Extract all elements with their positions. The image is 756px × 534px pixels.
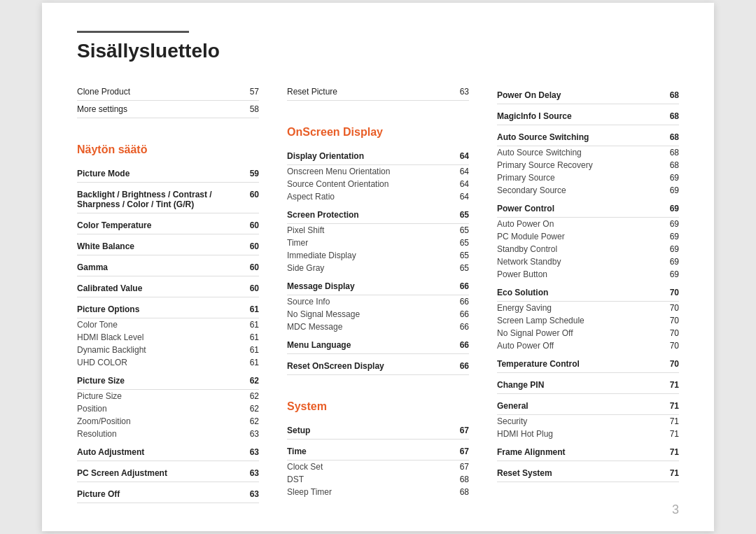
- toc-item: Timer65: [287, 237, 469, 249]
- toc-page: 70: [665, 341, 679, 351]
- toc-item: Time67: [287, 442, 469, 461]
- toc-page: 66: [455, 340, 469, 350]
- toc-label: Pixel Shift: [287, 225, 324, 235]
- toc-label: Side Gray: [287, 263, 324, 273]
- toc-page: 62: [245, 376, 259, 386]
- toc-item: Power Control69: [497, 199, 679, 218]
- toc-label: Reset OnScreen Display: [287, 361, 384, 371]
- toc-item: No Signal Power Off70: [497, 327, 679, 339]
- toc-item: Message Display66: [287, 277, 469, 295]
- toc-item: Reset Picture63: [287, 83, 469, 101]
- toc-label: Auto Source Switching: [497, 148, 582, 157]
- toc-page: 63: [245, 468, 259, 478]
- col1-items: Picture Mode59Backlight / Brightness / C…: [77, 164, 259, 503]
- toc-item: Auto Power On69: [497, 218, 679, 230]
- toc-label: HDMI Hot Plug: [497, 429, 553, 439]
- toc-item: Setup67: [287, 421, 469, 440]
- toc-item: HDMI Black Level61: [77, 331, 259, 344]
- toc-item: No Signal Message66: [287, 308, 469, 321]
- toc-label: Picture Off: [77, 489, 120, 499]
- toc-label: Network Standby: [497, 257, 561, 267]
- toc-page: 69: [665, 269, 679, 279]
- toc-label: Clone Product: [77, 87, 130, 97]
- toc-label: No Signal Message: [287, 309, 360, 319]
- toc-item: Reset OnScreen Display66: [287, 357, 469, 375]
- toc-label: Aspect Ratio: [287, 192, 335, 202]
- toc-label: Eco Solution: [497, 288, 548, 297]
- toc-item: Secondary Source69: [497, 184, 679, 197]
- toc-page: 71: [665, 447, 679, 457]
- col2-section1-items: Display Orientation64Onscreen Menu Orien…: [287, 147, 469, 375]
- toc-label: Auto Power Off: [497, 341, 554, 351]
- toc-item: More settings58: [77, 101, 259, 118]
- toc-item: Color Temperature60: [77, 216, 259, 234]
- toc-page: 68: [665, 111, 679, 121]
- toc-label: UHD COLOR: [77, 358, 127, 367]
- toc-label: Gamma: [77, 262, 108, 272]
- col3-items: Power On Delay68MagicInfo I Source68Auto…: [497, 86, 679, 482]
- toc-item: Network Standby69: [497, 255, 679, 268]
- toc-label: PC Module Power: [497, 232, 565, 241]
- toc-item: Primary Source Recovery68: [497, 159, 679, 171]
- toc-page: 62: [245, 404, 259, 414]
- toc-page: 61: [245, 358, 259, 367]
- toc-page: 69: [665, 232, 679, 241]
- toc-label: Color Tone: [77, 320, 118, 330]
- toc-item: Energy Saving70: [497, 302, 679, 314]
- toc-page: 63: [455, 87, 469, 97]
- toc-item: Temperature Control70: [497, 355, 679, 373]
- toc-item: Resolution63: [77, 428, 259, 440]
- toc-page: 62: [245, 391, 259, 401]
- toc-item: Gamma60: [77, 258, 259, 276]
- toc-item: Power On Delay68: [497, 86, 679, 104]
- toc-label: Energy Saving: [497, 303, 552, 313]
- toc-label: Menu Language: [287, 340, 351, 350]
- toc-item: Source Info66: [287, 295, 469, 308]
- toc-label: Setup: [287, 426, 310, 435]
- toc-page: 71: [665, 416, 679, 426]
- col1-section-title: Näytön säätö: [77, 143, 259, 156]
- toc-page: 65: [455, 225, 469, 235]
- toc-page: 70: [665, 328, 679, 338]
- toc-item: Picture Options61: [77, 300, 259, 318]
- toc-page: 71: [665, 429, 679, 439]
- toc-item: Clock Set67: [287, 461, 469, 473]
- toc-label: Temperature Control: [497, 359, 580, 369]
- toc-label: Resolution: [77, 429, 117, 439]
- toc-item: Menu Language66: [287, 336, 469, 354]
- toc-page: 60: [245, 241, 259, 251]
- toc-label: Picture Size: [77, 376, 125, 386]
- toc-page: 62: [245, 416, 259, 426]
- toc-page: 61: [245, 345, 259, 355]
- toc-label: Auto Power On: [497, 219, 554, 229]
- toc-item: Power Button69: [497, 268, 679, 281]
- toc-page: 70: [665, 288, 679, 297]
- toc-label: Secondary Source: [497, 185, 566, 195]
- toc-label: Sleep Timer: [287, 487, 332, 497]
- col1-top: Clone Product57More settings58: [77, 83, 259, 118]
- toc-label: Time: [287, 447, 307, 456]
- toc-item: Color Tone61: [77, 318, 259, 331]
- toc-item: Standby Control69: [497, 243, 679, 255]
- col3: Power On Delay68MagicInfo I Source68Auto…: [497, 83, 679, 503]
- toc-page: 65: [455, 238, 469, 248]
- toc-page: 71: [665, 468, 679, 478]
- toc-page: 70: [665, 316, 679, 325]
- toc-page: 60: [245, 262, 259, 272]
- toc-label: Auto Adjustment: [77, 447, 144, 457]
- toc-label: Source Content Orientation: [287, 179, 388, 189]
- toc-item: Pixel Shift65: [287, 224, 469, 237]
- toc-item: Dynamic Backlight61: [77, 344, 259, 356]
- toc-item: Immediate Display65: [287, 249, 469, 262]
- toc-label: White Balance: [77, 241, 134, 251]
- page-number-footer: 3: [672, 503, 679, 517]
- toc-label: Power On Delay: [497, 90, 561, 100]
- toc-label: Standby Control: [497, 244, 557, 254]
- toc-item: Calibrated Value60: [77, 279, 259, 297]
- toc-item: Screen Protection65: [287, 206, 469, 224]
- toc-label: Auto Source Switching: [497, 132, 589, 142]
- toc-page: 66: [455, 297, 469, 307]
- toc-item: Screen Lamp Schedule70: [497, 314, 679, 327]
- col2-section1-title: OnScreen Display: [287, 126, 469, 139]
- toc-page: 68: [665, 160, 679, 170]
